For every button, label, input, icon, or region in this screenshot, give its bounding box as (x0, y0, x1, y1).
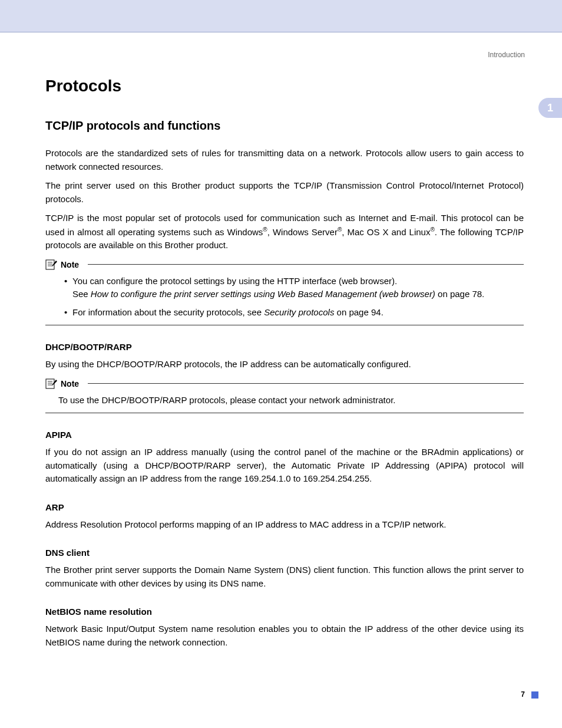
heading-netbios: NetBIOS name resolution (45, 607, 524, 617)
intro-paragraph-3: TCP/IP is the most popular set of protoc… (45, 212, 524, 252)
note-text-2: To use the DHCP/BOOTP/RARP protocols, pl… (45, 394, 524, 407)
section-heading-tcpip: TCP/IP protocols and functions (45, 119, 524, 133)
page-indicator (531, 691, 538, 699)
note-divider (88, 383, 524, 384)
page-title: Protocols (45, 77, 524, 95)
text-apipa: If you do not assign an IP address manua… (45, 446, 524, 486)
heading-apipa: APIPA (45, 430, 524, 440)
note-pencil-icon (45, 259, 58, 270)
heading-arp: ARP (45, 502, 524, 512)
note-block-1: Note You can configure the protocol sett… (45, 259, 524, 326)
note-item-2: For information about the security proto… (64, 306, 524, 319)
note-block-2: Note To use the DHCP/BOOTP/RARP protocol… (45, 378, 524, 414)
heading-dns: DNS client (45, 548, 524, 558)
intro-paragraph-1: Protocols are the standardized sets of r… (45, 147, 524, 173)
text-netbios: Network Basic Input/Output System name r… (45, 622, 524, 649)
text-dns: The Brother print server supports the Do… (45, 564, 524, 590)
chapter-tab: 1 (538, 98, 562, 118)
intro-paragraph-2: The print server used on this Brother pr… (45, 179, 524, 206)
note-divider (88, 264, 524, 265)
note-end-divider (45, 413, 524, 413)
note-pencil-icon (45, 378, 58, 389)
header-section-name: Introduction (488, 51, 525, 59)
note-end-divider (45, 325, 524, 325)
note-item-1: You can configure the protocol settings … (64, 275, 524, 301)
text-dhcp: By using the DHCP/BOOTP/RARP protocols, … (45, 358, 524, 371)
text-arp: Address Resolution Protocol performs map… (45, 518, 524, 532)
page-content: Protocols TCP/IP protocols and functions… (45, 77, 524, 655)
page-number: 7 (521, 690, 525, 699)
top-bar (0, 0, 562, 32)
note-label: Note (61, 260, 79, 269)
heading-dhcp: DHCP/BOOTP/RARP (45, 342, 524, 352)
note-label: Note (61, 379, 79, 388)
